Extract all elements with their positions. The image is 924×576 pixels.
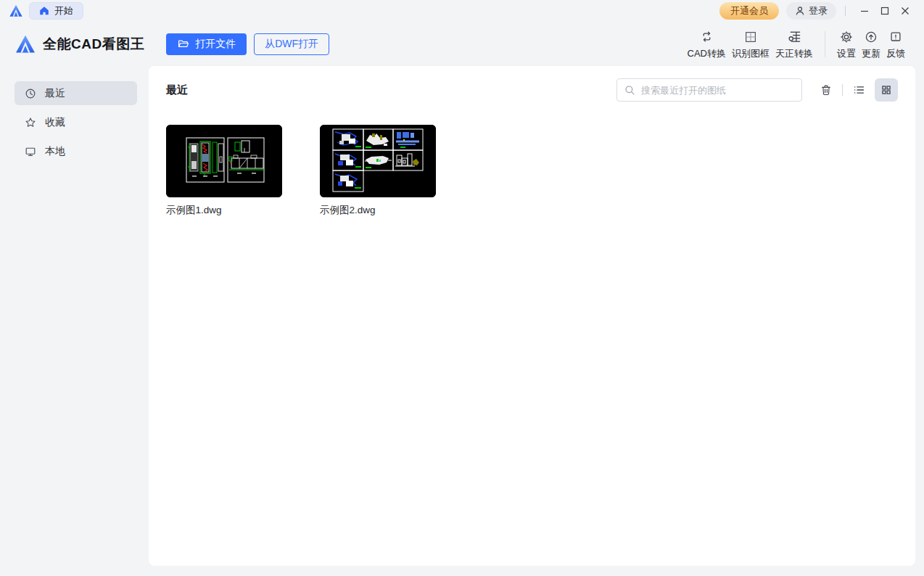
brand: 全能CAD看图王 bbox=[15, 33, 144, 55]
tianzheng-convert-label: 天正转换 bbox=[775, 47, 813, 60]
clear-recent-button[interactable] bbox=[820, 83, 833, 96]
clock-icon bbox=[25, 88, 36, 99]
sidebar: 最近 收藏 本地 bbox=[0, 66, 149, 576]
login-button[interactable]: 登录 bbox=[786, 2, 836, 20]
frame-detect-button[interactable]: 识别图框 bbox=[729, 28, 772, 60]
list-view-icon bbox=[852, 83, 865, 96]
file-name: 示例图2.dwg bbox=[320, 204, 436, 217]
minimize-button[interactable] bbox=[854, 2, 875, 20]
open-file-button[interactable]: 打开文件 bbox=[166, 33, 247, 55]
feedback-label: 反馈 bbox=[886, 47, 905, 60]
search-box bbox=[616, 78, 802, 102]
feedback-button[interactable]: 反馈 bbox=[883, 28, 908, 60]
feedback-icon bbox=[888, 28, 903, 44]
search-icon bbox=[624, 85, 635, 96]
folder-open-icon bbox=[177, 38, 189, 50]
sidebar-item-favorites[interactable]: 收藏 bbox=[15, 110, 137, 134]
grid-view-icon bbox=[880, 84, 892, 96]
app-logo-icon bbox=[9, 4, 23, 18]
minimize-icon bbox=[860, 7, 869, 15]
titlebar-separator bbox=[845, 6, 846, 16]
maximize-icon bbox=[880, 7, 889, 15]
sidebar-local-label: 本地 bbox=[45, 145, 65, 158]
open-file-label: 打开文件 bbox=[195, 38, 236, 51]
header: 全能CAD看图王 打开文件 从DWF打开 CAD转换 bbox=[0, 22, 924, 66]
person-icon bbox=[795, 6, 805, 16]
panel-header-right bbox=[616, 78, 898, 102]
close-icon bbox=[901, 7, 909, 15]
section-title: 最近 bbox=[166, 83, 188, 97]
sidebar-item-recent[interactable]: 最近 bbox=[15, 81, 137, 105]
view-separator bbox=[842, 84, 843, 96]
file-thumbnail-2 bbox=[320, 125, 436, 197]
titlebar-right: 开通会员 登录 bbox=[719, 2, 915, 20]
sidebar-recent-label: 最近 bbox=[45, 87, 65, 100]
cad-convert-button[interactable]: CAD转换 bbox=[685, 28, 729, 60]
star-icon bbox=[25, 117, 36, 128]
file-card-1[interactable]: 示例图1.dwg bbox=[166, 125, 282, 217]
file-thumbnail-1 bbox=[166, 125, 282, 197]
trash-icon bbox=[820, 83, 833, 96]
monitor-icon bbox=[25, 146, 36, 157]
convert-icon bbox=[699, 28, 714, 44]
member-button[interactable]: 开通会员 bbox=[719, 2, 779, 20]
home-icon bbox=[39, 6, 49, 16]
toolbar-separator bbox=[825, 31, 825, 57]
login-label: 登录 bbox=[809, 4, 828, 17]
open-dwf-button[interactable]: 从DWF打开 bbox=[254, 33, 329, 55]
tab-home-label: 开始 bbox=[54, 4, 73, 17]
settings-label: 设置 bbox=[837, 47, 856, 60]
frame-detect-icon bbox=[743, 28, 758, 44]
maximize-button[interactable] bbox=[875, 2, 895, 20]
list-view-button[interactable] bbox=[852, 83, 865, 96]
brand-name: 全能CAD看图王 bbox=[43, 35, 144, 54]
tianzheng-convert-button[interactable]: 天正转换 bbox=[772, 28, 816, 60]
update-button[interactable]: 更新 bbox=[859, 28, 883, 60]
header-toolbar: CAD转换 识别图框 bbox=[685, 28, 908, 60]
app-window: { "colors": { "accent_blue": "#3370ff", … bbox=[0, 0, 924, 576]
search-input[interactable] bbox=[641, 85, 794, 96]
app-logo-icon bbox=[15, 33, 36, 55]
tab-home[interactable]: 开始 bbox=[29, 2, 83, 20]
grid-view-button[interactable] bbox=[875, 78, 898, 102]
frame-detect-label: 识别图框 bbox=[732, 47, 770, 60]
update-icon bbox=[864, 28, 878, 44]
gear-icon bbox=[839, 28, 854, 44]
cad-convert-label: CAD转换 bbox=[688, 47, 726, 60]
file-grid: 示例图1.dwg bbox=[166, 125, 898, 217]
tianzheng-icon bbox=[787, 28, 802, 44]
close-button[interactable] bbox=[895, 2, 915, 20]
titlebar: 开始 开通会员 登录 bbox=[0, 0, 924, 22]
file-name: 示例图1.dwg bbox=[166, 204, 282, 217]
file-card-2[interactable]: 示例图2.dwg bbox=[320, 125, 436, 217]
panel-header: 最近 bbox=[166, 78, 898, 102]
content: 最近 收藏 本地 最近 bbox=[0, 66, 924, 576]
sidebar-favorites-label: 收藏 bbox=[45, 116, 65, 129]
update-label: 更新 bbox=[862, 47, 880, 60]
sidebar-item-local[interactable]: 本地 bbox=[15, 139, 137, 163]
main-panel: 最近 bbox=[149, 66, 915, 566]
settings-button[interactable]: 设置 bbox=[834, 28, 859, 60]
